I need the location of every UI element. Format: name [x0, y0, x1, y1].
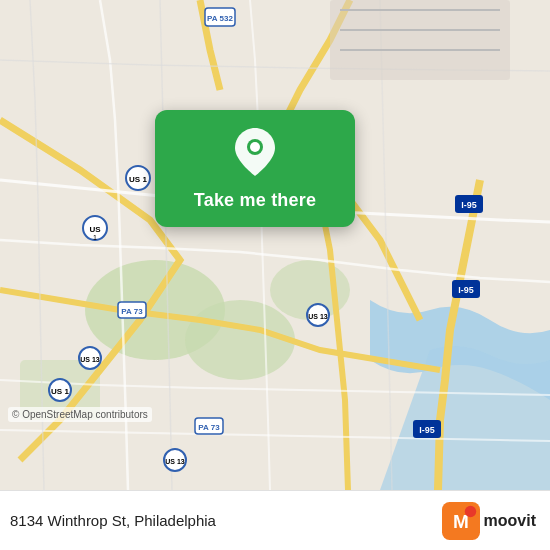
- svg-point-36: [250, 142, 260, 152]
- map-view: PA 532 US 1 US 1 US 1 PA 73 PA 73 US 13 …: [0, 0, 550, 490]
- svg-text:US 1: US 1: [129, 175, 147, 184]
- svg-text:US 1: US 1: [51, 387, 69, 396]
- svg-text:US 13: US 13: [308, 313, 328, 320]
- moovit-icon: M: [442, 502, 480, 540]
- address-block: 8134 Winthrop St, Philadelphia: [10, 512, 216, 529]
- cta-label: Take me there: [194, 190, 316, 211]
- svg-text:I-95: I-95: [419, 425, 435, 435]
- svg-text:1: 1: [93, 234, 97, 241]
- svg-text:US 13: US 13: [165, 458, 185, 465]
- svg-rect-6: [330, 0, 510, 80]
- svg-point-3: [185, 300, 295, 380]
- moovit-logo: M moovit: [442, 502, 536, 540]
- svg-text:PA 532: PA 532: [207, 14, 233, 23]
- svg-text:PA 73: PA 73: [121, 307, 143, 316]
- location-pin-icon: [235, 128, 275, 180]
- svg-text:I-95: I-95: [461, 200, 477, 210]
- cta-button[interactable]: Take me there: [155, 110, 355, 227]
- svg-text:US: US: [89, 225, 101, 234]
- bottom-bar: 8134 Winthrop St, Philadelphia M moovit: [0, 490, 550, 550]
- address-text: 8134 Winthrop St, Philadelphia: [10, 512, 216, 529]
- svg-text:I-95: I-95: [458, 285, 474, 295]
- svg-point-39: [464, 505, 475, 516]
- svg-text:US 13: US 13: [80, 356, 100, 363]
- moovit-text: moovit: [484, 512, 536, 530]
- copyright-notice: © OpenStreetMap contributors: [8, 407, 152, 422]
- svg-text:PA 73: PA 73: [198, 423, 220, 432]
